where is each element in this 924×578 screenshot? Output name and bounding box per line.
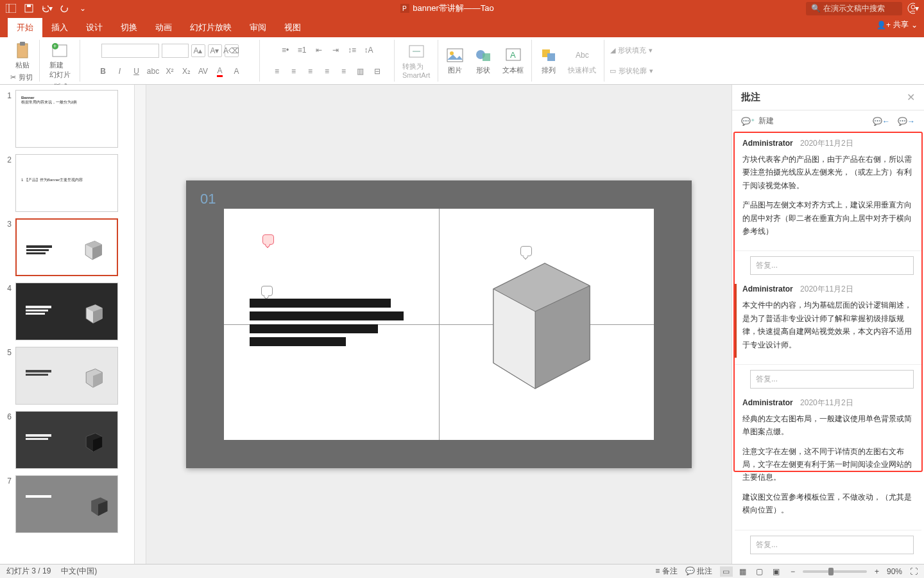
shape-fill-button[interactable]: ◢形状填充▾	[609, 44, 654, 57]
new-comment-button[interactable]: 💬⁺ 新建	[741, 116, 774, 127]
fit-window-icon[interactable]: ⛶	[910, 567, 918, 576]
qat-more-icon[interactable]: ⌄	[77, 3, 89, 14]
increase-font-icon[interactable]: A▴	[191, 44, 205, 57]
numbering-icon[interactable]: ≡1	[295, 44, 309, 57]
bold-icon[interactable]: B	[96, 65, 110, 78]
align-center-icon[interactable]: ≡	[287, 65, 301, 78]
thumbnail-5[interactable]: 5	[3, 347, 132, 405]
new-slide-button[interactable]: + 新建 幻灯片	[46, 40, 74, 81]
cut-button[interactable]: ✂剪切	[9, 71, 35, 83]
reply-input-1[interactable]: 答复...	[750, 256, 914, 275]
thumbnail-4[interactable]: 4	[3, 283, 132, 340]
tab-review[interactable]: 审阅	[241, 18, 275, 37]
comment-item-1[interactable]: Administrator 2020年11月2日 方块代表客户的产品图，由于产品…	[735, 132, 921, 251]
clear-format-icon[interactable]: A⌫	[225, 44, 239, 57]
thumbnails-panel[interactable]: 1Banner根据常用内容来说，一般分为2类 21 【产品】作为Banner主要…	[0, 85, 135, 564]
quick-style-button[interactable]: Abc快速样式	[564, 45, 600, 76]
thumbnail-2[interactable]: 21 【产品】作为Banner主要呈现内容	[3, 154, 132, 212]
arrange-icon	[540, 46, 558, 64]
slide-counter[interactable]: 幻灯片 3 / 19	[6, 566, 51, 577]
shapes-button[interactable]: 形状	[470, 45, 496, 76]
italic-icon[interactable]: I	[113, 65, 127, 78]
title-bar: ▾ ⌄ P banner带讲解——Tao 🔍 在演示文稿中搜索 ▾	[0, 0, 924, 17]
tab-animation[interactable]: 动画	[146, 18, 181, 37]
superscript-icon[interactable]: X²	[163, 65, 177, 78]
align-right-icon[interactable]: ≡	[304, 65, 318, 78]
reply-input-2[interactable]: 答复...	[750, 370, 914, 389]
language-indicator[interactable]: 中文(中国)	[61, 566, 97, 577]
thumbnail-7[interactable]: 7	[3, 475, 132, 533]
comments-title: 批注	[741, 91, 760, 103]
zoom-out-icon[interactable]: −	[791, 567, 795, 576]
tab-transition[interactable]: 切换	[112, 18, 146, 37]
strikethrough-icon[interactable]: abc	[146, 65, 160, 78]
thumbnail-1[interactable]: 1Banner根据常用内容来说，一般分为2类	[3, 90, 132, 148]
font-color-icon[interactable]: A	[213, 65, 227, 78]
slideshow-view-icon[interactable]: ▣	[770, 566, 783, 577]
text-direction-icon[interactable]: ↕A	[362, 44, 376, 57]
redo-icon[interactable]	[59, 3, 71, 14]
search-input[interactable]: 🔍 在演示文稿中搜索	[806, 2, 902, 15]
decrease-font-icon[interactable]: A▾	[208, 44, 222, 57]
comment-marker-1[interactable]	[262, 234, 274, 245]
paste-button[interactable]: 粘贴	[10, 40, 35, 71]
tab-insert[interactable]: 插入	[42, 18, 77, 37]
highlight-icon[interactable]: A	[230, 65, 244, 78]
underline-icon[interactable]: U	[130, 65, 144, 78]
notes-toggle[interactable]: ≡ 备注	[655, 566, 677, 577]
thumbnail-3[interactable]: 3	[3, 218, 132, 276]
align-left-icon[interactable]: ≡	[270, 65, 284, 78]
slide-canvas[interactable]: 01	[146, 85, 732, 564]
svg-rect-9	[20, 42, 25, 46]
tab-home[interactable]: 开始	[8, 18, 42, 37]
textbox-button[interactable]: A文本框	[499, 45, 527, 76]
bullets-icon[interactable]: ≡•	[278, 44, 293, 57]
smartart-button[interactable]: 转换为 SmartArt	[398, 41, 434, 80]
reply-input-3[interactable]: 答复...	[750, 536, 914, 554]
zoom-slider[interactable]	[803, 570, 867, 573]
subscript-icon[interactable]: X₂	[180, 65, 194, 78]
arrange-button[interactable]: 排列	[536, 45, 561, 76]
decrease-indent-icon[interactable]: ⇤	[312, 44, 326, 57]
reading-view-icon[interactable]: ▢	[753, 566, 766, 577]
normal-view-icon[interactable]: ▭	[720, 566, 733, 577]
svg-rect-17	[483, 53, 490, 61]
comments-toggle[interactable]: 💬 批注	[685, 566, 712, 577]
comments-panel: 批注 ✕ 💬⁺ 新建 💬← 💬→ Administrator 2020年11月2…	[732, 85, 924, 564]
increase-indent-icon[interactable]: ⇥	[329, 44, 343, 57]
shape-outline-button[interactable]: ▭形状轮廓▾	[608, 65, 654, 77]
zoom-level[interactable]: 90%	[887, 567, 902, 576]
svg-rect-21	[547, 53, 555, 61]
comment-item-3[interactable]: Administrator 2020年11月2日 经典的左文右图布局，一般建议使…	[735, 391, 921, 530]
prev-comment-icon[interactable]: 💬←	[873, 117, 890, 126]
align-text-icon[interactable]: ⊟	[370, 65, 384, 78]
quick-style-icon: Abc	[573, 46, 591, 64]
sorter-view-icon[interactable]: ▦	[737, 566, 749, 577]
user-profile-icon[interactable]: ▾	[907, 3, 919, 14]
thumbnail-6[interactable]: 6	[3, 411, 132, 469]
char-spacing-icon[interactable]: AV	[196, 65, 210, 78]
slide-cube-graphic[interactable]	[474, 250, 603, 398]
share-button[interactable]: 👤+ 共享 ⌄	[877, 19, 918, 30]
distribute-icon[interactable]: ≡	[337, 65, 351, 78]
justify-icon[interactable]: ≡	[320, 65, 334, 78]
undo-icon[interactable]: ▾	[41, 3, 53, 14]
layout-menu-icon[interactable]	[5, 3, 17, 14]
picture-button[interactable]: 图片	[442, 45, 468, 76]
font-family-selector[interactable]	[101, 44, 159, 58]
svg-text:+: +	[53, 43, 56, 49]
tab-view[interactable]: 视图	[275, 18, 310, 37]
save-icon[interactable]	[23, 3, 35, 14]
new-slide-label: 新建 幻灯片	[49, 60, 71, 80]
zoom-in-icon[interactable]: +	[875, 567, 879, 576]
columns-icon[interactable]: ▥	[354, 65, 368, 78]
slide-text-placeholder[interactable]	[250, 299, 404, 350]
next-comment-icon[interactable]: 💬→	[898, 117, 915, 126]
tab-slideshow[interactable]: 幻灯片放映	[181, 18, 241, 37]
comment-marker-2[interactable]	[261, 286, 273, 296]
font-size-selector[interactable]	[162, 44, 189, 58]
comment-item-2[interactable]: Administrator 2020年11月2日 本文件中的内容，均为基础层面的…	[735, 277, 921, 365]
line-spacing-icon[interactable]: ↕≡	[345, 44, 359, 57]
close-icon[interactable]: ✕	[907, 91, 915, 103]
tab-design[interactable]: 设计	[77, 18, 112, 37]
